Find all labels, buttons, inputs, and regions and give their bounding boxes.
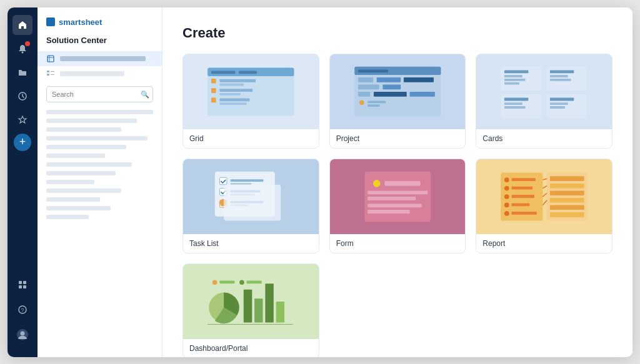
list-item[interactable] — [46, 119, 137, 123]
svg-rect-23 — [219, 83, 243, 86]
card-thumbnail-project — [330, 54, 466, 129]
icon-bar-bottom: ? — [12, 275, 32, 345]
list-item[interactable] — [46, 197, 100, 202]
sidebar-search: 🔍 — [46, 86, 153, 102]
card-thumbnail-form — [330, 159, 466, 234]
svg-rect-105 — [265, 283, 273, 322]
card-report[interactable]: Report — [476, 159, 612, 253]
list-item[interactable] — [46, 189, 121, 193]
svg-rect-48 — [504, 82, 519, 84]
card-label-report: Report — [476, 234, 612, 253]
svg-rect-28 — [219, 98, 249, 101]
svg-rect-24 — [211, 88, 216, 93]
sidebar-item-1[interactable] — [38, 51, 162, 66]
svg-rect-21 — [211, 78, 216, 83]
svg-rect-25 — [219, 89, 252, 92]
svg-rect-94 — [550, 190, 584, 195]
svg-rect-46 — [504, 75, 522, 77]
svg-rect-34 — [376, 77, 400, 82]
svg-rect-95 — [550, 197, 584, 202]
svg-rect-22 — [219, 79, 256, 82]
svg-rect-3 — [23, 281, 26, 284]
clock-icon[interactable] — [12, 86, 32, 106]
list-item[interactable] — [46, 180, 94, 184]
star-icon[interactable] — [12, 110, 32, 130]
svg-rect-109 — [219, 280, 234, 283]
svg-rect-19 — [211, 71, 235, 74]
svg-rect-97 — [550, 212, 584, 217]
svg-rect-96 — [550, 205, 584, 210]
svg-rect-33 — [358, 77, 373, 82]
profile-icon[interactable] — [12, 325, 32, 345]
card-project[interactable]: Project — [329, 54, 466, 149]
add-icon[interactable]: + — [14, 134, 31, 151]
svg-line-101 — [543, 200, 548, 205]
svg-rect-56 — [504, 106, 526, 109]
icon-bar: + ? — [8, 7, 38, 357]
svg-rect-5 — [23, 285, 26, 288]
svg-rect-42 — [368, 101, 386, 103]
card-grid[interactable]: Grid — [182, 54, 319, 149]
svg-text:?: ? — [21, 307, 24, 313]
svg-rect-36 — [358, 84, 379, 89]
app-name: smartsheet — [59, 17, 102, 27]
list-item[interactable] — [46, 127, 121, 132]
svg-rect-82 — [512, 178, 536, 181]
svg-rect-72 — [224, 184, 281, 220]
card-form[interactable]: Form — [329, 159, 466, 253]
home-icon[interactable] — [12, 15, 32, 35]
svg-point-0 — [22, 51, 24, 53]
search-input[interactable] — [46, 86, 153, 102]
svg-point-85 — [504, 194, 509, 199]
card-thumbnail-report — [476, 159, 612, 234]
svg-rect-13 — [47, 71, 49, 72]
list-icon — [46, 69, 55, 78]
list-item[interactable] — [46, 110, 153, 114]
apps-grid-icon[interactable] — [12, 275, 32, 295]
svg-rect-86 — [512, 195, 534, 198]
svg-rect-10 — [48, 56, 54, 62]
svg-rect-62 — [219, 177, 227, 185]
svg-point-110 — [239, 280, 244, 285]
svg-rect-50 — [550, 70, 574, 73]
card-label-cards: Cards — [476, 129, 612, 148]
svg-rect-35 — [404, 77, 434, 82]
list-item[interactable] — [46, 145, 126, 149]
svg-rect-20 — [239, 71, 257, 74]
help-icon[interactable]: ? — [12, 300, 32, 320]
nav-item-bar-2 — [60, 71, 124, 76]
svg-rect-59 — [550, 102, 568, 105]
svg-point-89 — [504, 211, 509, 216]
card-thumbnail-cards — [476, 54, 612, 129]
svg-rect-47 — [504, 78, 526, 81]
card-dashboard[interactable]: Dashboard/Portal — [182, 263, 319, 357]
list-item[interactable] — [46, 136, 148, 140]
card-tasklist[interactable]: Task List — [182, 159, 319, 253]
svg-rect-88 — [512, 203, 530, 206]
svg-point-87 — [504, 202, 509, 207]
svg-rect-27 — [211, 97, 216, 102]
search-icon: 🔍 — [141, 90, 149, 98]
folder-icon[interactable] — [12, 62, 32, 82]
sidebar-item-2[interactable] — [38, 66, 162, 81]
icon-bar-top: + — [12, 15, 32, 272]
svg-rect-104 — [254, 298, 262, 322]
list-item[interactable] — [46, 206, 111, 210]
svg-rect-15 — [47, 74, 49, 76]
svg-rect-92 — [550, 176, 584, 181]
bell-icon[interactable] — [12, 39, 32, 59]
card-cards[interactable]: Cards — [476, 54, 612, 149]
list-item[interactable] — [46, 215, 89, 219]
svg-rect-38 — [358, 92, 370, 97]
list-item[interactable] — [46, 154, 105, 158]
svg-rect-103 — [244, 289, 252, 322]
svg-rect-53 — [501, 94, 542, 117]
list-item[interactable] — [46, 171, 116, 175]
svg-rect-78 — [368, 204, 421, 207]
svg-line-100 — [543, 193, 548, 197]
svg-rect-63 — [231, 179, 264, 182]
svg-point-9 — [21, 331, 25, 335]
list-item[interactable] — [46, 162, 132, 167]
app-window: + ? — [8, 7, 632, 357]
card-label-project: Project — [330, 129, 466, 148]
